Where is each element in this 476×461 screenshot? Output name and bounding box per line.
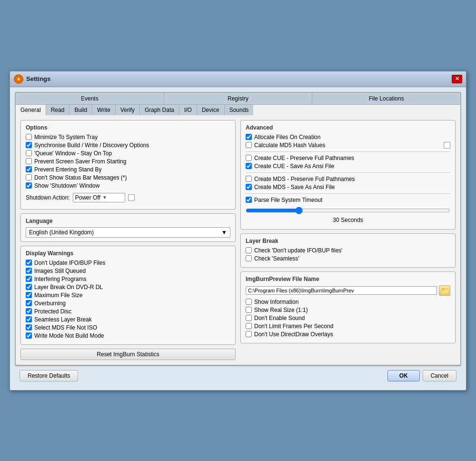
adv-mds-preserve: Create MDS - Preserve Full Pathnames: [246, 176, 450, 182]
restore-defaults-button[interactable]: Restore Defaults: [20, 370, 78, 381]
warn-images: Images Still Queued: [26, 268, 230, 274]
warn-images-label: Images Still Queued: [34, 268, 86, 274]
warn-selectmds-check[interactable]: [26, 324, 32, 331]
option-statusbar-check[interactable]: [26, 174, 32, 180]
ok-button[interactable]: OK: [387, 370, 420, 381]
lb-seamless-check[interactable]: [246, 255, 252, 261]
warn-writemode-check[interactable]: [26, 332, 32, 339]
warn-ifo-check[interactable]: [26, 260, 32, 266]
warn-ifo-label: Don't Update IFO/BUP Files: [34, 260, 105, 266]
tab-graph-data[interactable]: Graph Data: [140, 105, 179, 115]
option-shutdown-check[interactable]: [26, 182, 32, 189]
folder-browse-button[interactable]: 📁: [439, 285, 450, 296]
bottom-bar: Restore Defaults OK Cancel: [15, 366, 461, 385]
prev-show-info-check[interactable]: [246, 299, 252, 305]
close-button[interactable]: ✕: [452, 75, 462, 83]
option-statusbar-label: Don't Show Status Bar Messages (*): [34, 174, 127, 181]
tab-build[interactable]: Build: [69, 105, 92, 115]
prev-real-size-check[interactable]: [246, 307, 252, 313]
tab-sounds[interactable]: Sounds: [225, 105, 254, 115]
option-screensaver: Prevent Screen Saver From Starting: [26, 158, 230, 165]
prev-directdraw-check[interactable]: [246, 331, 252, 337]
warn-seamless-label: Seamless Layer Break: [34, 316, 92, 323]
warn-seamless: Seamless Layer Break: [26, 316, 230, 323]
display-warnings-title: Display Warnings: [26, 250, 230, 257]
warn-seamless-check[interactable]: [26, 316, 32, 322]
adv-mds-ansi: Create MDS - Save As Ansi File: [246, 184, 450, 190]
tab-io[interactable]: I/O: [179, 105, 197, 115]
warn-maxfile-check[interactable]: [26, 292, 32, 298]
tab-write[interactable]: Write: [92, 105, 116, 115]
warn-overburning-check[interactable]: [26, 300, 32, 306]
warn-selectmds: Select MDS File Not ISO: [26, 324, 230, 331]
file-path-input[interactable]: C:\Program Files (x86)\ImgBurn\ImgBurnPr…: [246, 286, 437, 295]
prev-directdraw: Don't Use DirectDraw Overlays: [246, 331, 450, 338]
option-synchronise: Synchronise Build / Write / Discovery Op…: [26, 142, 230, 149]
timeout-slider-container: 30 Seconds: [246, 205, 450, 225]
prev-sound: Don't Enable Sound: [246, 315, 450, 321]
adv-allocate: Allocate Files On Creation: [246, 134, 450, 140]
option-standby-label: Prevent Entering Stand By: [34, 166, 101, 173]
tabs-container: Events Registry File Locations General R…: [15, 92, 461, 366]
language-value: English (United Kingdom): [29, 229, 94, 236]
adv-md5-extra[interactable]: [444, 142, 450, 149]
option-synchronise-label: Synchronise Build / Write / Discovery Op…: [34, 142, 149, 149]
tab-verify[interactable]: Verify: [116, 105, 140, 115]
shutdown-extra-check[interactable]: [128, 194, 135, 201]
warn-interfering-check[interactable]: [26, 276, 32, 282]
lb-ifo-label: Check 'Don't update IFO/BUP files': [254, 247, 342, 254]
option-minimize-check[interactable]: [26, 134, 32, 140]
language-title: Language: [26, 218, 230, 224]
left-panel: Options Minimize To System Tray Synchron…: [20, 120, 236, 360]
adv-parse: Parse File System Timeout: [246, 197, 450, 203]
adv-mds-ansi-check[interactable]: [246, 184, 252, 190]
adv-mds-preserve-check[interactable]: [246, 176, 252, 182]
option-shutdown-label: Show 'Shutdown' Window: [34, 182, 99, 189]
adv-cue-preserve: Create CUE - Preserve Full Pathnames: [246, 155, 450, 161]
lb-seamless: Check 'Seamless': [246, 255, 450, 262]
right-panel: Advanced Allocate Files On Creation Calc…: [240, 120, 456, 360]
language-select[interactable]: English (United Kingdom) ▼: [26, 227, 230, 238]
warn-overburning: Overburning: [26, 300, 230, 307]
timeout-slider[interactable]: [246, 207, 450, 214]
tab-device[interactable]: Device: [197, 105, 225, 115]
warn-protected-check[interactable]: [26, 308, 32, 314]
reset-button[interactable]: Reset ImgBurn Statistics: [20, 349, 236, 360]
option-synchronise-check[interactable]: [26, 142, 32, 148]
prev-frames-check[interactable]: [246, 323, 252, 329]
option-queue: 'Queue' Window - Stay On Top: [26, 150, 230, 157]
option-statusbar: Don't Show Status Bar Messages (*): [26, 174, 230, 181]
tab-file-locations[interactable]: File Locations: [312, 93, 460, 104]
title-bar-left: ● Settings: [14, 74, 50, 84]
adv-parse-check[interactable]: [246, 197, 252, 203]
option-standby-check[interactable]: [26, 166, 32, 172]
warn-images-check[interactable]: [26, 268, 32, 274]
warn-layerbreak-check[interactable]: [26, 284, 32, 290]
adv-md5-check[interactable]: [246, 142, 252, 148]
lb-ifo: Check 'Don't update IFO/BUP files': [246, 247, 450, 254]
adv-allocate-check[interactable]: [246, 134, 252, 140]
window-title: Settings: [26, 75, 50, 82]
warn-layerbreak: Layer Break On DVD-R DL: [26, 284, 230, 291]
option-queue-check[interactable]: [26, 150, 32, 156]
imgburn-preview-title: ImgBurnPreview File Name: [246, 276, 450, 282]
language-group: Language English (United Kingdom) ▼: [20, 213, 236, 242]
cancel-button[interactable]: Cancel: [423, 370, 456, 381]
adv-cue-ansi-check[interactable]: [246, 163, 252, 169]
warn-overburning-label: Overburning: [34, 300, 66, 307]
prev-sound-check[interactable]: [246, 315, 252, 321]
option-screensaver-check[interactable]: [26, 158, 32, 164]
adv-cue-preserve-check[interactable]: [246, 155, 252, 161]
settings-window: ● Settings ✕ Events Registry File Locati…: [10, 71, 466, 391]
adv-cue-preserve-label: Create CUE - Preserve Full Pathnames: [254, 155, 354, 161]
prev-show-info: Show Information: [246, 299, 450, 305]
shutdown-dropdown[interactable]: Power Off ▼: [73, 193, 125, 202]
warn-selectmds-label: Select MDS File Not ISO: [34, 324, 97, 331]
tab-general[interactable]: General: [16, 105, 46, 116]
tab-events[interactable]: Events: [16, 93, 164, 104]
tab-registry[interactable]: Registry: [164, 93, 313, 104]
timeout-value: 30 Seconds: [246, 217, 450, 223]
shutdown-action-row: Shutdown Action: Power Off ▼: [26, 193, 230, 202]
lb-ifo-check[interactable]: [246, 247, 252, 253]
tab-read[interactable]: Read: [46, 105, 70, 115]
